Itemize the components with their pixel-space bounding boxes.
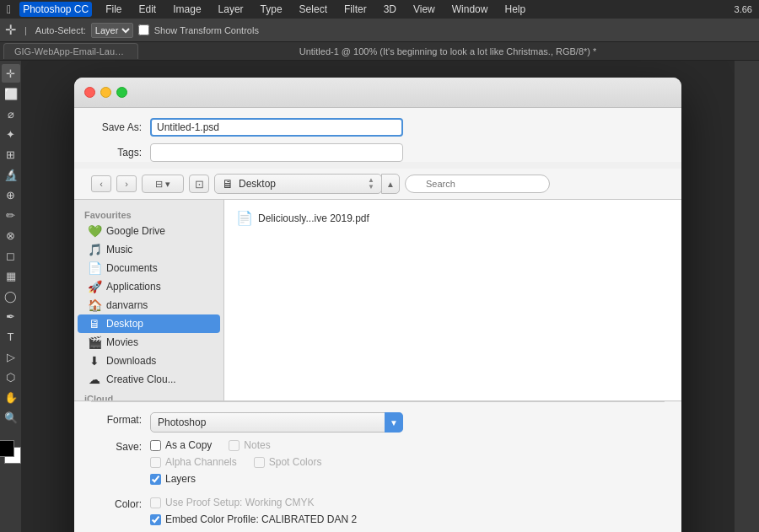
embed-profile-checkbox[interactable] [150,514,161,525]
menu-view[interactable]: View [410,2,439,17]
music-icon: 🎵 [88,243,101,256]
format-label: Format: [91,412,150,426]
tool-path[interactable]: ▷ [2,347,20,366]
as-a-copy-option[interactable]: As a Copy [150,439,212,451]
tool-crop[interactable]: ⊞ [2,145,20,164]
nav-back-button[interactable]: ‹ [91,175,111,192]
tool-hand[interactable]: ✋ [2,388,20,406]
menu-type[interactable]: Type [257,2,286,17]
tool-eraser[interactable]: ◻ [2,246,20,265]
embed-profile-option[interactable]: Embed Color Profile: CALIBRATED DAN 2 [150,513,357,525]
toolbar: ✛ | Auto-Select: Layer Show Transform Co… [0,19,759,42]
menu-select[interactable]: Select [296,2,331,17]
move-tool[interactable]: ✛ [5,22,16,38]
tags-row: Tags: [91,143,665,162]
tab-file[interactable]: GIG-WebApp-Email-Launch-v... [3,43,138,59]
sidebar-item-label: Applications [106,281,161,293]
tool-wand[interactable]: ✦ [2,125,20,143]
tool-shape[interactable]: ⬡ [2,368,20,386]
apple-menu[interactable]:  [7,3,11,16]
documents-icon: 📄 [88,261,101,275]
menu-file[interactable]: File [102,2,125,17]
menu-window[interactable]: Window [449,2,492,17]
view-dropdown-arrow: ▾ [165,179,170,190]
save-as-label: Save As: [91,121,150,133]
format-select[interactable]: Photoshop JPEG PNG TIFF PDF [150,412,403,433]
sidebar-item-applications[interactable]: 🚀 Applications [78,277,220,296]
file-item[interactable]: 📄 Deliciously...ive 2019.pdf [231,207,675,229]
tool-pen[interactable]: ✒ [2,307,20,325]
menu-edit[interactable]: Edit [136,2,160,17]
desktop-icon: 🖥 [222,177,234,191]
tool-eyedropper[interactable]: 🔬 [2,165,20,184]
transform-controls-checkbox[interactable] [138,24,149,35]
transform-controls-label: Show Transform Controls [154,25,259,35]
spot-colors-option: Spot Colors [254,456,322,468]
minimize-button[interactable] [100,87,111,98]
editor-area: Save As: Tags: ‹ › ⊟ ▾ [22,61,734,532]
tags-label: Tags: [91,147,150,159]
menu-filter[interactable]: Filter [341,2,370,17]
sidebar-item-music[interactable]: 🎵 Music [78,240,220,259]
file-name: Deliciously...ive 2019.pdf [258,212,369,224]
auto-select-dropdown[interactable]: Layer [91,23,133,38]
menu-3d[interactable]: 3D [380,2,400,17]
save-dialog: Save As: Tags: ‹ › ⊟ ▾ [74,78,681,532]
location-label: Desktop [239,178,276,190]
tool-dodge[interactable]: ◯ [2,287,20,305]
menu-help[interactable]: Help [501,2,529,17]
menu-right-icons: 3.66 [735,4,752,14]
menu-image[interactable]: Image [170,2,204,17]
tags-input[interactable] [150,143,403,162]
sidebar-item-label: Desktop [106,318,143,330]
search-wrapper: 🔍 [405,175,590,193]
color-swatch[interactable] [0,440,24,467]
sidebar-item-danvarns[interactable]: 🏠 danvarns [78,296,220,314]
tool-gradient[interactable]: ▦ [2,266,20,285]
browser-toolbar: ‹ › ⊟ ▾ ⊡ 🖥 Desktop ▲ [74,169,681,199]
auto-select-label: Auto-Select: [35,25,86,35]
tool-select-rect[interactable]: ⬜ [2,84,20,103]
layers-option[interactable]: Layers [150,473,196,485]
sidebar-item-creative-cloud[interactable]: ☁ Creative Clou... [78,370,220,389]
tool-zoom[interactable]: 🔍 [2,408,20,427]
foreground-color[interactable] [0,440,14,457]
new-folder-icon-button[interactable]: ⊡ [189,175,209,193]
search-input[interactable] [405,175,550,193]
home-icon: 🏠 [88,298,101,312]
save-options-row-2: Alpha Channels Spot Colors [150,456,665,468]
tool-stamp[interactable]: ⊗ [2,226,20,245]
movies-icon: 🎬 [88,336,101,349]
dropdown-expand-button[interactable]: ▲ [381,174,400,194]
tool-type[interactable]: T [2,327,20,346]
tool-heal[interactable]: ⊕ [2,185,20,204]
close-button[interactable] [84,87,95,98]
sidebar-item-google-drive[interactable]: 💚 Google Drive [78,222,220,240]
pdf-icon: 📄 [236,210,251,226]
tool-lasso[interactable]: ⌀ [2,105,20,123]
creative-cloud-icon: ☁ [88,373,101,386]
sidebar-item-desktop[interactable]: 🖥 Desktop [78,314,220,333]
spot-colors-label: Spot Colors [269,456,322,468]
view-mode-button[interactable]: ⊟ ▾ [142,175,184,193]
save-options-row-1: As a Copy Notes [150,439,665,451]
right-panel [734,61,759,532]
menu-photoshop[interactable]: Photoshop CC [19,2,92,17]
layers-checkbox[interactable] [150,474,161,485]
menu-layer[interactable]: Layer [215,2,247,17]
color-options-row-1: Use Proof Setup: Working CMYK [150,497,665,508]
tool-move[interactable]: ✛ [2,64,20,83]
sidebar-item-documents[interactable]: 📄 Documents [78,259,220,277]
sidebar-item-movies[interactable]: 🎬 Movies [78,333,220,352]
color-row: Color: Use Proof Setup: Working CMYK [91,497,665,530]
maximize-button[interactable] [116,87,127,98]
save-as-input[interactable] [150,118,403,137]
proof-setup-option: Use Proof Setup: Working CMYK [150,497,315,508]
as-a-copy-checkbox[interactable] [150,440,161,451]
tool-brush[interactable]: ✏ [2,206,20,224]
sidebar-item-downloads[interactable]: ⬇ Downloads [78,352,220,370]
location-dropdown[interactable]: 🖥 Desktop ▲ ▼ [214,174,382,194]
alpha-channels-option: Alpha Channels [150,456,237,468]
nav-forward-button[interactable]: › [116,175,137,192]
sidebar: Favourites 💚 Google Drive 🎵 Music 📄 [74,200,224,400]
